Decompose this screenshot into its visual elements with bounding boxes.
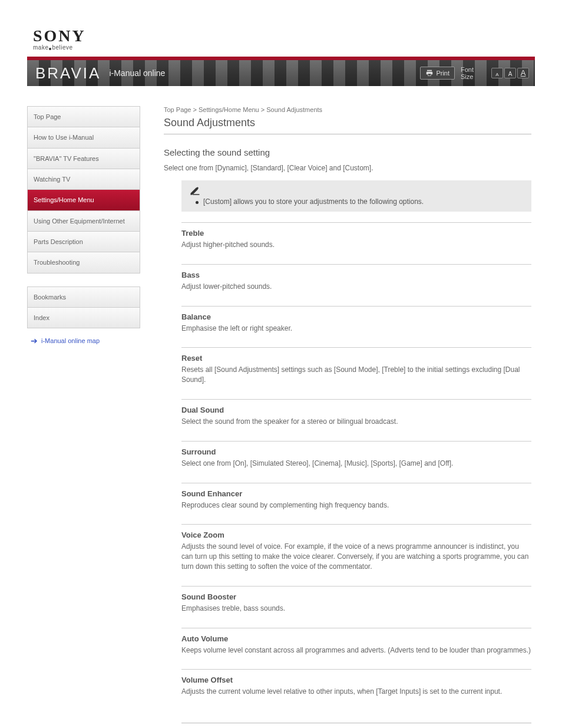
end-divider (181, 723, 531, 723)
section-heading: Selecting the sound setting (164, 147, 531, 157)
setting-desc: Select the sound from the speaker for a … (181, 417, 531, 427)
font-size-small-button[interactable]: A (491, 68, 503, 78)
setting-desc: Resets all [Sound Adjustments] settings … (181, 365, 531, 385)
setting-desc: Reproduces clear sound by complementing … (181, 500, 531, 510)
setting-item: BalanceEmphasise the left or right speak… (181, 306, 531, 348)
sidebar-nav: Top PageHow to Use i-Manual"BRAVIA" TV F… (27, 106, 140, 728)
title-divider (164, 134, 531, 134)
note-box: [Custom] allows you to store your adjust… (181, 180, 531, 212)
main-content: Top Page > Settings/Home Menu > Sound Ad… (164, 106, 535, 728)
setting-desc: Select one from [On], [Simulated Stereo]… (181, 459, 531, 469)
logo-area: SONY makebelieve (0, 0, 562, 57)
font-size-label: Font Size (458, 66, 476, 80)
nav-item-top-page[interactable]: Top Page (28, 107, 140, 127)
setting-item: Sound EnhancerReproduces clear sound by … (181, 483, 531, 525)
setting-title: Sound Booster (181, 592, 531, 601)
sony-logo: SONY (33, 28, 562, 43)
setting-desc: Emphasises treble, bass sounds. (181, 604, 531, 614)
setting-desc: Adjusts the current volume level relativ… (181, 687, 531, 697)
setting-title: Reset (181, 354, 531, 363)
font-size-large-button[interactable]: A (517, 68, 529, 78)
setting-title: Bass (181, 271, 531, 279)
breadcrumb: Top Page > Settings/Home Menu > Sound Ad… (164, 106, 531, 113)
print-label: Print (436, 70, 449, 77)
setting-desc: Adjust lower-pitched sounds. (181, 282, 531, 292)
setting-desc: Adjust higher-pitched sounds. (181, 240, 531, 250)
setting-item: BassAdjust lower-pitched sounds. (181, 264, 531, 306)
nav-item-using-other-equipment-internet[interactable]: Using Other Equipment/Internet (28, 211, 140, 232)
bravia-logo: BRAVIA (35, 64, 101, 83)
nav-item-watching-tv[interactable]: Watching TV (28, 169, 140, 190)
tagline-b: believe (52, 44, 72, 51)
banner: BRAVIA i-Manual online Print Font Size A… (27, 57, 535, 86)
print-icon (425, 69, 434, 77)
setting-item: ResetResets all [Sound Adjustments] sett… (181, 347, 531, 399)
manual-map-label: i-Manual online map (41, 337, 100, 344)
setting-title: Surround (181, 447, 531, 456)
tagline-dot (49, 48, 51, 50)
setting-item: Dual SoundSelect the sound from the spea… (181, 399, 531, 441)
setting-item: Voice ZoomAdjusts the sound level of voi… (181, 524, 531, 585)
setting-title: Voice Zoom (181, 531, 531, 539)
section-intro: Select one from [Dynamic], [Standard], [… (164, 163, 531, 173)
setting-desc: Emphasise the left or right speaker. (181, 324, 531, 334)
setting-title: Volume Offset (181, 676, 531, 684)
note-text: [Custom] allows you to store your adjust… (203, 197, 424, 206)
setting-item: TrebleAdjust higher-pitched sounds. (181, 222, 531, 264)
manual-map-link[interactable]: ➔ i-Manual online map (31, 337, 140, 345)
nav-item-settings-home-menu[interactable]: Settings/Home Menu (28, 190, 140, 210)
bullet-icon (196, 201, 199, 204)
banner-title: i-Manual online (109, 68, 165, 78)
nav-item-bravia-tv-features[interactable]: "BRAVIA" TV Features (28, 149, 140, 169)
settings-list: TrebleAdjust higher-pitched sounds.BassA… (181, 222, 531, 711)
tagline-a: make (33, 44, 48, 51)
print-button[interactable]: Print (420, 67, 455, 80)
setting-title: Auto Volume (181, 634, 531, 643)
nav-item-parts-description[interactable]: Parts Description (28, 232, 140, 252)
setting-item: Auto VolumeKeeps volume level constant a… (181, 628, 531, 670)
setting-title: Treble (181, 229, 531, 238)
nav-item-bookmarks[interactable]: Bookmarks (28, 287, 140, 308)
setting-title: Sound Enhancer (181, 489, 531, 498)
setting-title: Dual Sound (181, 406, 531, 414)
font-size-group: A A A (491, 68, 529, 78)
setting-desc: Adjusts the sound level of voice. For ex… (181, 542, 531, 571)
setting-title: Balance (181, 312, 531, 321)
arrow-icon: ➔ (31, 337, 38, 345)
page-title: Sound Adjustments (164, 117, 531, 129)
nav-item-troubleshooting[interactable]: Troubleshooting (28, 252, 140, 272)
setting-item: Sound BoosterEmphasises treble, bass sou… (181, 586, 531, 628)
setting-desc: Keeps volume level constant across all p… (181, 645, 531, 655)
setting-item: SurroundSelect one from [On], [Simulated… (181, 441, 531, 483)
setting-item: Volume OffsetAdjusts the current volume … (181, 669, 531, 711)
font-size-medium-button[interactable]: A (504, 68, 516, 78)
nav-item-how-to-use-i-manual[interactable]: How to Use i-Manual (28, 127, 140, 148)
note-icon (190, 187, 200, 195)
tagline: makebelieve (33, 44, 562, 51)
nav-item-index[interactable]: Index (28, 308, 140, 328)
